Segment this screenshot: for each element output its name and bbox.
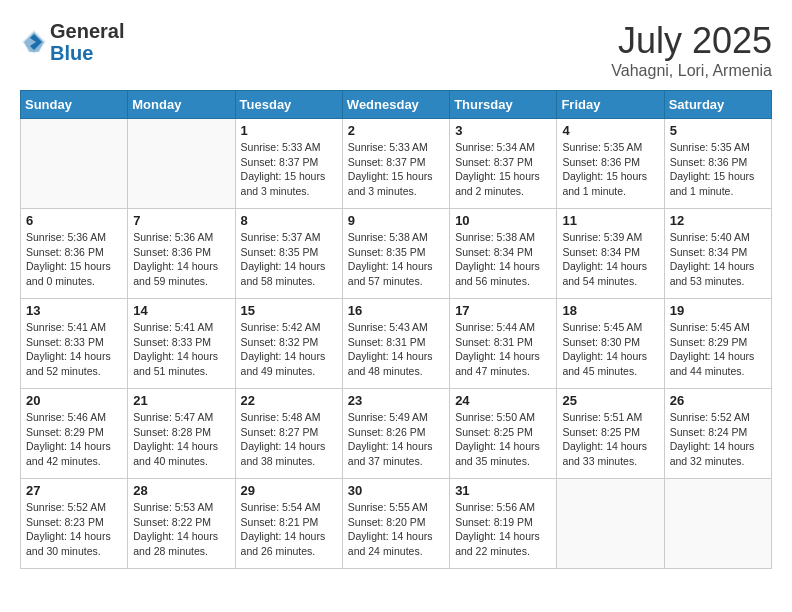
day-info: Sunrise: 5:49 AM Sunset: 8:26 PM Dayligh… xyxy=(348,410,444,469)
day-info: Sunrise: 5:45 AM Sunset: 8:29 PM Dayligh… xyxy=(670,320,766,379)
day-info: Sunrise: 5:47 AM Sunset: 8:28 PM Dayligh… xyxy=(133,410,229,469)
logo-general: General xyxy=(50,20,124,42)
calendar-cell: 3Sunrise: 5:34 AM Sunset: 8:37 PM Daylig… xyxy=(450,119,557,209)
day-number: 22 xyxy=(241,393,337,408)
day-number: 4 xyxy=(562,123,658,138)
calendar-cell xyxy=(21,119,128,209)
calendar-table: SundayMondayTuesdayWednesdayThursdayFrid… xyxy=(20,90,772,569)
day-info: Sunrise: 5:36 AM Sunset: 8:36 PM Dayligh… xyxy=(133,230,229,289)
day-number: 10 xyxy=(455,213,551,228)
weekday-header-row: SundayMondayTuesdayWednesdayThursdayFrid… xyxy=(21,91,772,119)
day-info: Sunrise: 5:52 AM Sunset: 8:23 PM Dayligh… xyxy=(26,500,122,559)
day-number: 2 xyxy=(348,123,444,138)
calendar-week-row: 6Sunrise: 5:36 AM Sunset: 8:36 PM Daylig… xyxy=(21,209,772,299)
weekday-header-friday: Friday xyxy=(557,91,664,119)
logo: General Blue xyxy=(20,20,124,64)
location: Vahagni, Lori, Armenia xyxy=(611,62,772,80)
calendar-week-row: 1Sunrise: 5:33 AM Sunset: 8:37 PM Daylig… xyxy=(21,119,772,209)
day-info: Sunrise: 5:33 AM Sunset: 8:37 PM Dayligh… xyxy=(241,140,337,199)
day-info: Sunrise: 5:37 AM Sunset: 8:35 PM Dayligh… xyxy=(241,230,337,289)
day-info: Sunrise: 5:38 AM Sunset: 8:35 PM Dayligh… xyxy=(348,230,444,289)
day-number: 3 xyxy=(455,123,551,138)
calendar-cell xyxy=(664,479,771,569)
day-number: 5 xyxy=(670,123,766,138)
day-info: Sunrise: 5:51 AM Sunset: 8:25 PM Dayligh… xyxy=(562,410,658,469)
calendar-cell: 13Sunrise: 5:41 AM Sunset: 8:33 PM Dayli… xyxy=(21,299,128,389)
day-info: Sunrise: 5:41 AM Sunset: 8:33 PM Dayligh… xyxy=(133,320,229,379)
day-number: 6 xyxy=(26,213,122,228)
calendar-cell: 16Sunrise: 5:43 AM Sunset: 8:31 PM Dayli… xyxy=(342,299,449,389)
day-info: Sunrise: 5:48 AM Sunset: 8:27 PM Dayligh… xyxy=(241,410,337,469)
calendar-cell: 26Sunrise: 5:52 AM Sunset: 8:24 PM Dayli… xyxy=(664,389,771,479)
calendar-cell: 9Sunrise: 5:38 AM Sunset: 8:35 PM Daylig… xyxy=(342,209,449,299)
day-info: Sunrise: 5:40 AM Sunset: 8:34 PM Dayligh… xyxy=(670,230,766,289)
day-info: Sunrise: 5:56 AM Sunset: 8:19 PM Dayligh… xyxy=(455,500,551,559)
calendar-cell: 12Sunrise: 5:40 AM Sunset: 8:34 PM Dayli… xyxy=(664,209,771,299)
day-number: 12 xyxy=(670,213,766,228)
day-info: Sunrise: 5:35 AM Sunset: 8:36 PM Dayligh… xyxy=(562,140,658,199)
calendar-week-row: 27Sunrise: 5:52 AM Sunset: 8:23 PM Dayli… xyxy=(21,479,772,569)
calendar-cell: 8Sunrise: 5:37 AM Sunset: 8:35 PM Daylig… xyxy=(235,209,342,299)
day-number: 8 xyxy=(241,213,337,228)
day-info: Sunrise: 5:35 AM Sunset: 8:36 PM Dayligh… xyxy=(670,140,766,199)
calendar-cell: 28Sunrise: 5:53 AM Sunset: 8:22 PM Dayli… xyxy=(128,479,235,569)
weekday-header-tuesday: Tuesday xyxy=(235,91,342,119)
calendar-cell: 23Sunrise: 5:49 AM Sunset: 8:26 PM Dayli… xyxy=(342,389,449,479)
day-number: 21 xyxy=(133,393,229,408)
calendar-cell: 10Sunrise: 5:38 AM Sunset: 8:34 PM Dayli… xyxy=(450,209,557,299)
day-number: 19 xyxy=(670,303,766,318)
calendar-cell: 17Sunrise: 5:44 AM Sunset: 8:31 PM Dayli… xyxy=(450,299,557,389)
calendar-cell: 14Sunrise: 5:41 AM Sunset: 8:33 PM Dayli… xyxy=(128,299,235,389)
calendar-cell: 24Sunrise: 5:50 AM Sunset: 8:25 PM Dayli… xyxy=(450,389,557,479)
day-info: Sunrise: 5:43 AM Sunset: 8:31 PM Dayligh… xyxy=(348,320,444,379)
day-number: 29 xyxy=(241,483,337,498)
day-number: 25 xyxy=(562,393,658,408)
page-header: General Blue July 2025 Vahagni, Lori, Ar… xyxy=(20,20,772,80)
day-number: 30 xyxy=(348,483,444,498)
calendar-cell: 30Sunrise: 5:55 AM Sunset: 8:20 PM Dayli… xyxy=(342,479,449,569)
day-number: 17 xyxy=(455,303,551,318)
weekday-header-monday: Monday xyxy=(128,91,235,119)
day-number: 7 xyxy=(133,213,229,228)
calendar-cell: 27Sunrise: 5:52 AM Sunset: 8:23 PM Dayli… xyxy=(21,479,128,569)
day-number: 27 xyxy=(26,483,122,498)
calendar-cell: 29Sunrise: 5:54 AM Sunset: 8:21 PM Dayli… xyxy=(235,479,342,569)
weekday-header-thursday: Thursday xyxy=(450,91,557,119)
day-number: 23 xyxy=(348,393,444,408)
day-number: 26 xyxy=(670,393,766,408)
calendar-cell xyxy=(128,119,235,209)
calendar-cell xyxy=(557,479,664,569)
day-number: 1 xyxy=(241,123,337,138)
day-info: Sunrise: 5:44 AM Sunset: 8:31 PM Dayligh… xyxy=(455,320,551,379)
calendar-cell: 11Sunrise: 5:39 AM Sunset: 8:34 PM Dayli… xyxy=(557,209,664,299)
day-info: Sunrise: 5:36 AM Sunset: 8:36 PM Dayligh… xyxy=(26,230,122,289)
weekday-header-sunday: Sunday xyxy=(21,91,128,119)
day-info: Sunrise: 5:39 AM Sunset: 8:34 PM Dayligh… xyxy=(562,230,658,289)
day-info: Sunrise: 5:34 AM Sunset: 8:37 PM Dayligh… xyxy=(455,140,551,199)
day-number: 18 xyxy=(562,303,658,318)
logo-text: General Blue xyxy=(50,20,124,64)
day-number: 28 xyxy=(133,483,229,498)
calendar-cell: 4Sunrise: 5:35 AM Sunset: 8:36 PM Daylig… xyxy=(557,119,664,209)
weekday-header-wednesday: Wednesday xyxy=(342,91,449,119)
day-info: Sunrise: 5:41 AM Sunset: 8:33 PM Dayligh… xyxy=(26,320,122,379)
day-number: 9 xyxy=(348,213,444,228)
calendar-cell: 18Sunrise: 5:45 AM Sunset: 8:30 PM Dayli… xyxy=(557,299,664,389)
day-info: Sunrise: 5:46 AM Sunset: 8:29 PM Dayligh… xyxy=(26,410,122,469)
logo-blue: Blue xyxy=(50,42,124,64)
calendar-week-row: 20Sunrise: 5:46 AM Sunset: 8:29 PM Dayli… xyxy=(21,389,772,479)
day-info: Sunrise: 5:53 AM Sunset: 8:22 PM Dayligh… xyxy=(133,500,229,559)
day-number: 31 xyxy=(455,483,551,498)
day-number: 13 xyxy=(26,303,122,318)
calendar-cell: 20Sunrise: 5:46 AM Sunset: 8:29 PM Dayli… xyxy=(21,389,128,479)
calendar-cell: 5Sunrise: 5:35 AM Sunset: 8:36 PM Daylig… xyxy=(664,119,771,209)
day-number: 20 xyxy=(26,393,122,408)
day-info: Sunrise: 5:52 AM Sunset: 8:24 PM Dayligh… xyxy=(670,410,766,469)
calendar-cell: 21Sunrise: 5:47 AM Sunset: 8:28 PM Dayli… xyxy=(128,389,235,479)
day-info: Sunrise: 5:38 AM Sunset: 8:34 PM Dayligh… xyxy=(455,230,551,289)
title-area: July 2025 Vahagni, Lori, Armenia xyxy=(611,20,772,80)
day-info: Sunrise: 5:45 AM Sunset: 8:30 PM Dayligh… xyxy=(562,320,658,379)
month-title: July 2025 xyxy=(611,20,772,62)
day-info: Sunrise: 5:54 AM Sunset: 8:21 PM Dayligh… xyxy=(241,500,337,559)
logo-icon xyxy=(20,28,48,56)
